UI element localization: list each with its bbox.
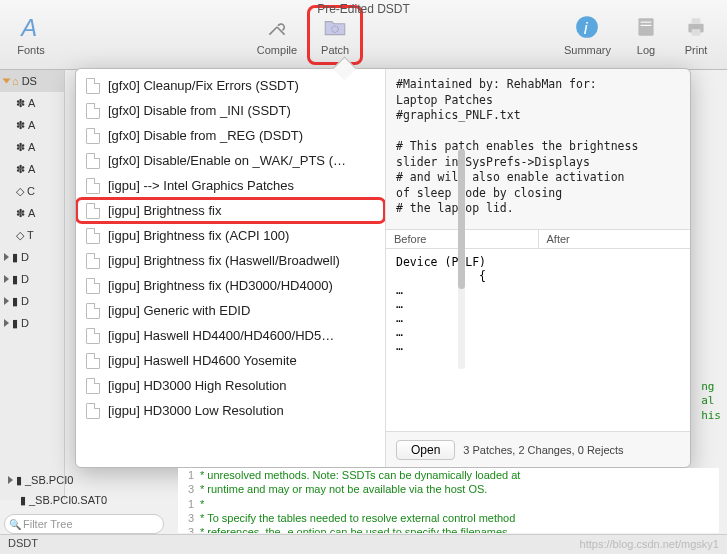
patch-label: [igpu] HD3000 Low Resolution	[108, 403, 284, 418]
patch-label: [gfx0] Disable/Enable on _WAK/_PTS (…	[108, 153, 346, 168]
watermark: https://blog.csdn.net/mgsky1	[580, 538, 719, 550]
home-icon: ⌂	[12, 75, 19, 87]
patch-row[interactable]: [igpu] --> Intel Graphics Patches	[76, 173, 385, 198]
scrollbar[interactable]	[458, 149, 465, 369]
svg-rect-4	[638, 18, 653, 35]
patch-row[interactable]: [igpu] Generic with EDID	[76, 298, 385, 323]
sidebar-item[interactable]: ✽ A	[0, 92, 64, 114]
document-icon	[86, 103, 100, 119]
sidebar-folder[interactable]: ▮ D	[0, 246, 64, 268]
patch-row[interactable]: [igpu] Brightness fix (HD3000/HD4000)	[76, 273, 385, 298]
diff-preview[interactable]: Device (PNLF) { … … … … …	[386, 249, 690, 431]
document-icon	[86, 153, 100, 169]
sidebar-item[interactable]: ✽ A	[0, 202, 64, 224]
document-icon	[86, 378, 100, 394]
patch-label: [igpu] Generic with EDID	[108, 303, 250, 318]
patch-row[interactable]: [gfx0] Disable from _REG (DSDT)	[76, 123, 385, 148]
patch-label: [igpu] Haswell HD4600 Yosemite	[108, 353, 297, 368]
sidebar-folder[interactable]: ▮ D	[0, 312, 64, 334]
patch-row[interactable]: [igpu] HD3000 Low Resolution	[76, 398, 385, 423]
tools-icon	[262, 12, 292, 42]
document-icon	[86, 253, 100, 269]
document-icon	[86, 328, 100, 344]
document-icon	[86, 228, 100, 244]
code-editor[interactable]: 1 * unresolved methods. Note: SSDTs can …	[178, 468, 719, 533]
document-icon	[86, 403, 100, 419]
sidebar-item[interactable]: ✽ A	[0, 114, 64, 136]
patch-row[interactable]: [igpu] Brightness fix (ACPI 100)	[76, 223, 385, 248]
fonts-icon: A	[16, 12, 46, 42]
patch-label: [gfx0] Cleanup/Fix Errors (SSDT)	[108, 78, 299, 93]
after-col: After	[539, 230, 691, 248]
document-icon	[86, 128, 100, 144]
patch-row[interactable]: [gfx0] Disable/Enable on _WAK/_PTS (…	[76, 148, 385, 173]
open-button[interactable]: Open	[396, 440, 455, 460]
before-after-header: Before After	[386, 229, 690, 249]
toolbar: Pre-Edited DSDT A Fonts Compile Patch i …	[0, 0, 727, 70]
patch-popover: [gfx0] Cleanup/Fix Errors (SSDT)[gfx0] D…	[75, 68, 691, 468]
svg-rect-9	[692, 29, 701, 35]
svg-rect-8	[692, 18, 701, 23]
patch-row[interactable]: [igpu] Brightness fix	[76, 198, 385, 223]
info-icon: i	[572, 12, 602, 42]
patch-label: [igpu] Brightness fix (HD3000/HD4000)	[108, 278, 333, 293]
sidebar-root[interactable]: ⌂DS	[0, 70, 64, 92]
patch-label: [igpu] Brightness fix (ACPI 100)	[108, 228, 289, 243]
patch-label: [igpu] Haswell HD4400/HD4600/HD5…	[108, 328, 334, 343]
patch-label: [igpu] Brightness fix	[108, 203, 221, 218]
patch-stats: 3 Patches, 2 Changes, 0 Rejects	[463, 444, 623, 456]
patch-row[interactable]: [igpu] Brightness fix (Haswell/Broadwell…	[76, 248, 385, 273]
tree-node[interactable]: ▮ _SB.PCI0	[4, 470, 111, 490]
document-icon	[86, 353, 100, 369]
document-icon	[86, 278, 100, 294]
sidebar: ⌂DS ✽ A ✽ A ✽ A ✽ A ◇ C ✽ A ◇ T ▮ D ▮ D …	[0, 70, 65, 500]
document-icon	[86, 78, 100, 94]
tree-nodes: ▮ _SB.PCI0 ▮ _SB.PCI0.SAT0	[4, 470, 111, 510]
code-fragment: ng al his	[701, 380, 721, 423]
document-icon	[86, 178, 100, 194]
svg-rect-6	[641, 24, 652, 25]
patch-label: [igpu] --> Intel Graphics Patches	[108, 178, 294, 193]
sidebar-folder[interactable]: ▮ D	[0, 290, 64, 312]
printer-icon	[681, 12, 711, 42]
sidebar-item[interactable]: ◇ T	[0, 224, 64, 246]
patch-label: [gfx0] Disable from _REG (DSDT)	[108, 128, 303, 143]
patch-folder-icon	[320, 12, 350, 42]
patch-label: [igpu] HD3000 High Resolution	[108, 378, 287, 393]
svg-rect-5	[641, 21, 652, 22]
patch-label: [gfx0] Disable from _INI (SSDT)	[108, 103, 291, 118]
patch-row[interactable]: [gfx0] Disable from _INI (SSDT)	[76, 98, 385, 123]
patch-row[interactable]: [igpu] Haswell HD4400/HD4600/HD5…	[76, 323, 385, 348]
document-icon	[86, 303, 100, 319]
patch-list[interactable]: [gfx0] Cleanup/Fix Errors (SSDT)[gfx0] D…	[76, 69, 386, 467]
sidebar-item[interactable]: ✽ A	[0, 158, 64, 180]
tree-node[interactable]: ▮ _SB.PCI0.SAT0	[4, 490, 111, 510]
patch-row[interactable]: [gfx0] Cleanup/Fix Errors (SSDT)	[76, 73, 385, 98]
patch-description[interactable]: #Maintained by: RehabMan for: Laptop Pat…	[386, 69, 690, 229]
sidebar-item[interactable]: ✽ A	[0, 136, 64, 158]
sidebar-folder[interactable]: ▮ D	[0, 268, 64, 290]
patch-row[interactable]: [igpu] HD3000 High Resolution	[76, 373, 385, 398]
svg-text:A: A	[19, 14, 37, 40]
filter-tree-input[interactable]: Filter Tree	[4, 514, 164, 534]
sidebar-item[interactable]: ◇ C	[0, 180, 64, 202]
window-title: Pre-Edited DSDT	[0, 2, 727, 16]
patch-row[interactable]: [igpu] Haswell HD4600 Yosemite	[76, 348, 385, 373]
patch-label: [igpu] Brightness fix (Haswell/Broadwell…	[108, 253, 340, 268]
log-icon	[631, 12, 661, 42]
document-icon	[86, 203, 100, 219]
